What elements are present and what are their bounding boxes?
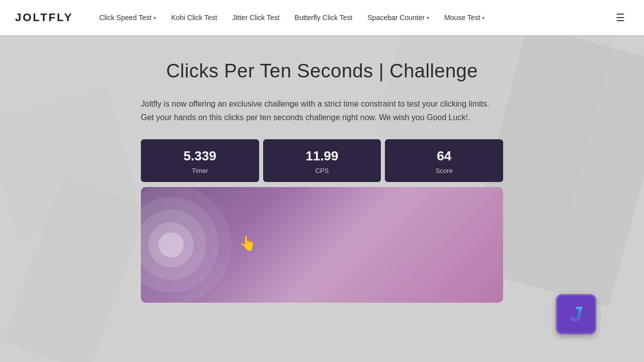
logo[interactable]: JOLTFLY: [15, 11, 73, 24]
hamburger-menu-button[interactable]: ☰: [612, 8, 629, 28]
cps-label: CPS: [315, 167, 329, 174]
nav-item-jitter[interactable]: Jitter Click Test: [226, 10, 286, 26]
circle-5: [158, 232, 184, 257]
page-title: Clicks Per Ten Seconds | Challenge: [141, 60, 503, 82]
nav-item-mouse[interactable]: Mouse Test ▾: [438, 10, 491, 26]
cps-value: 11.99: [268, 148, 376, 164]
page-description: Joltfly is now offering an exclusive cha…: [141, 97, 503, 124]
navbar: JOLTFLY Click Speed Test ▾ Kohi Click Te…: [0, 0, 644, 35]
nav-item-click-speed[interactable]: Click Speed Test ▾: [93, 10, 162, 26]
chevron-down-icon-3: ▾: [482, 15, 485, 21]
stat-card-cps: 11.99 CPS: [263, 139, 381, 182]
floating-j-icon[interactable]: J: [556, 294, 596, 334]
chevron-down-icon-2: ▾: [427, 15, 429, 21]
stat-card-score: 64 Score: [385, 139, 503, 182]
score-value: 64: [390, 148, 498, 164]
timer-value: 5.339: [146, 148, 254, 164]
stats-row: 5.339 Timer 11.99 CPS 64 Score: [141, 139, 503, 182]
main-content: Clicks Per Ten Seconds | Challenge Joltf…: [131, 35, 513, 318]
timer-label: Timer: [192, 167, 208, 174]
nav-item-butterfly[interactable]: Butterfly Click Test: [289, 10, 359, 26]
nav-item-kohi[interactable]: Kohi Click Test: [165, 10, 223, 26]
nav-links: Click Speed Test ▾ Kohi Click Test Jitte…: [93, 8, 629, 28]
chevron-down-icon: ▾: [153, 15, 156, 21]
score-label: Score: [436, 167, 453, 174]
click-area[interactable]: 👆: [141, 187, 503, 303]
j-letter: J: [570, 302, 582, 326]
cursor-icon: 👆: [239, 235, 257, 251]
stat-card-timer: 5.339 Timer: [141, 139, 259, 182]
nav-item-spacebar[interactable]: Spacebar Counter ▾: [361, 10, 435, 26]
